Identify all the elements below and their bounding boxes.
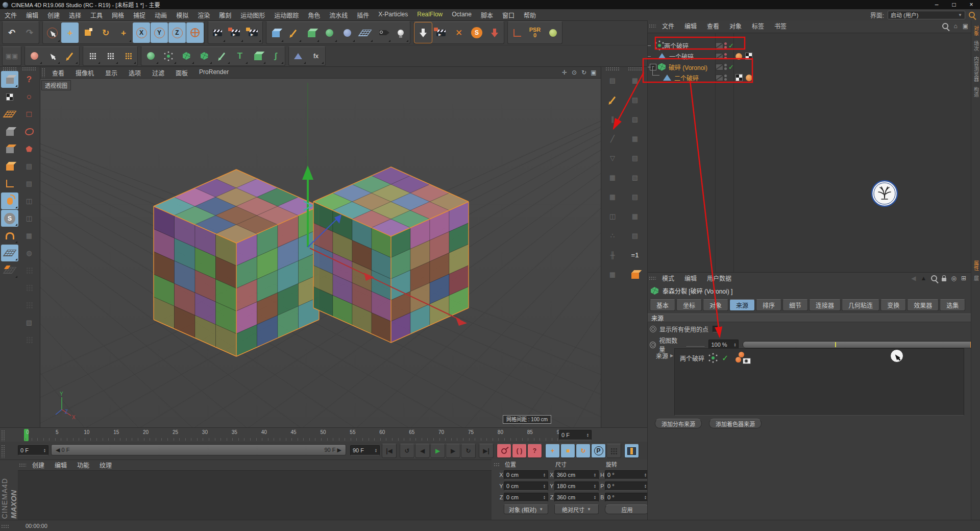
object-name[interactable]: 两个破碎: [664, 41, 689, 50]
workplane-lock-button[interactable]: [1, 245, 18, 261]
voronoi-fracture-menu[interactable]: [195, 47, 213, 65]
layer-toggle-icon[interactable]: [716, 42, 723, 49]
drag-handle-icon[interactable]: [1, 524, 9, 528]
minimize-button[interactable]: –: [928, 1, 945, 8]
quantize-button[interactable]: [1, 262, 18, 279]
new-panel-icon[interactable]: ⊞: [961, 275, 966, 282]
render-settings-button[interactable]: [244, 22, 262, 43]
key-parameter-button[interactable]: P: [591, 444, 606, 458]
next-frame-button[interactable]: ▶: [446, 444, 460, 458]
realflow-plugin-button[interactable]: [486, 22, 503, 43]
tab-来源[interactable]: 来源: [729, 299, 755, 311]
redo-icon[interactable]: ↷: [21, 22, 38, 43]
source-list[interactable]: 两个破碎 ✓: [674, 348, 964, 416]
mascot-plugin-button[interactable]: [544, 22, 561, 43]
drag-handle-icon[interactable]: [649, 276, 656, 280]
array-disabled-8[interactable]: ▦: [625, 207, 645, 226]
workplane-equal-button[interactable]: =1: [625, 246, 645, 264]
close-button[interactable]: ×: [963, 1, 980, 8]
array-disabled-7[interactable]: ▤: [625, 187, 645, 206]
coord-field-位置-X[interactable]: 0 cm▲▼: [504, 470, 548, 479]
scale2-disabled[interactable]: ◫: [20, 210, 38, 227]
split-disabled[interactable]: ╫: [602, 246, 623, 264]
scale-tool[interactable]: [79, 22, 96, 43]
rectangle-select-tool[interactable]: □: [20, 106, 38, 123]
material-list-area[interactable]: [18, 470, 492, 520]
coord-field-旋转-P[interactable]: 0 °▲▼: [605, 481, 649, 491]
maximize-view-icon[interactable]: ▣: [590, 69, 598, 77]
target-icon[interactable]: ◎: [951, 275, 956, 282]
radio-icon[interactable]: [650, 326, 656, 332]
environment-menu[interactable]: [356, 22, 374, 43]
goto-end-button[interactable]: ▶|: [479, 444, 494, 458]
motext-menu[interactable]: T: [231, 47, 249, 65]
menu-item-纹理[interactable]: 纹理: [94, 461, 117, 469]
dock-tab-构造[interactable]: 构造: [972, 87, 980, 97]
drag-handle-icon[interactable]: [1, 445, 5, 458]
texture-mode-button[interactable]: [1, 88, 18, 105]
coords-mode-dropdown[interactable]: 绝对尺寸▼: [554, 504, 599, 514]
menu-item-编辑[interactable]: 编辑: [679, 21, 702, 30]
view-count-slider[interactable]: [743, 341, 973, 348]
tab-对象[interactable]: 对象: [703, 299, 728, 311]
drag-handle-icon[interactable]: [1, 430, 5, 441]
button-添加着色器来源[interactable]: 添加着色器来源: [709, 419, 762, 428]
pan-view-icon[interactable]: ✛: [560, 69, 569, 77]
enabled-check-icon[interactable]: ✓: [722, 353, 728, 363]
coord-field-位置-Y[interactable]: 0 cm▲▼: [504, 481, 548, 491]
menu-item-捕捉[interactable]: 捕捉: [129, 11, 150, 19]
mograph-fracture-menu[interactable]: [178, 47, 195, 65]
crossbox-disabled[interactable]: ▧: [20, 314, 38, 331]
tab-基本[interactable]: 基本: [650, 299, 675, 311]
mesh-check-tool[interactable]: [26, 47, 43, 65]
x-axis-lock-button[interactable]: X: [133, 22, 150, 43]
bevel-pen-tool[interactable]: [602, 90, 623, 109]
knife-disabled[interactable]: ╱: [602, 129, 623, 148]
grid-disabled[interactable]: ▦: [602, 265, 623, 284]
dock-tab-内容浏览器[interactable]: 内容浏览器: [972, 56, 980, 82]
menu-item-帮助[interactable]: 帮助: [519, 11, 541, 19]
lock-icon[interactable]: [942, 278, 946, 281]
move-tool[interactable]: +: [61, 22, 79, 43]
key-position-button[interactable]: +: [545, 444, 560, 458]
mograph-cloner-menu[interactable]: [142, 47, 159, 65]
home-icon[interactable]: ⌂: [953, 22, 957, 30]
layer-toggle-icon[interactable]: [716, 53, 723, 60]
preview-range-slider[interactable]: ◀ 0 F 90 F ▶: [51, 444, 346, 455]
magnet-snap-button[interactable]: [1, 227, 18, 244]
spline-circle-tool[interactable]: [102, 47, 119, 65]
dock-tab-场次[interactable]: 场次: [972, 41, 980, 51]
visibility-dots[interactable]: [724, 42, 727, 49]
menu-item-脚本[interactable]: 脚本: [476, 11, 498, 19]
current-frame-field[interactable]: 0 F▲▼: [18, 445, 48, 455]
menu-item-ProRender[interactable]: ProRender: [193, 68, 234, 77]
radio-icon[interactable]: [650, 342, 656, 348]
subdivision-surface-menu[interactable]: [303, 22, 320, 43]
drag-handle-icon[interactable]: [649, 24, 656, 28]
xparticles-render-button[interactable]: [432, 22, 450, 43]
tab-效果器[interactable]: 效果器: [907, 299, 939, 311]
play-reverse-button[interactable]: ↺: [400, 444, 414, 458]
workplane-mode-button[interactable]: [1, 106, 18, 123]
menu-item-动画[interactable]: 动画: [150, 11, 172, 19]
tab-排序[interactable]: 排序: [756, 299, 781, 311]
align-disabled[interactable]: ▤: [602, 71, 623, 90]
move-disabled[interactable]: ▤: [20, 158, 38, 175]
spline-dot-tool[interactable]: [84, 47, 101, 65]
object-name[interactable]: 一个破碎: [669, 52, 694, 61]
render-picture-viewer-button[interactable]: [227, 22, 244, 43]
apply-button[interactable]: 应用: [605, 504, 649, 514]
object-row-一个破碎[interactable]: 一个破碎: [648, 51, 971, 61]
menu-item-过滤[interactable]: 过滤: [146, 68, 170, 77]
drag-handle-icon[interactable]: [19, 463, 26, 467]
dots-disabled-3[interactable]: [20, 297, 38, 313]
render-view-button[interactable]: [209, 22, 226, 43]
scale-disabled[interactable]: ◫: [20, 192, 38, 209]
tab-连接器[interactable]: 连接器: [809, 299, 841, 311]
undo-icon[interactable]: ↶: [3, 22, 20, 43]
object-row-两个破碎[interactable]: 两个破碎✓: [648, 40, 971, 51]
sphere-disabled[interactable]: ◍: [20, 245, 38, 261]
xparticles-emitter-button[interactable]: ✕: [450, 22, 468, 43]
key-rotation-button[interactable]: ↻: [576, 444, 591, 458]
snap-settings-button[interactable]: S: [1, 210, 18, 227]
